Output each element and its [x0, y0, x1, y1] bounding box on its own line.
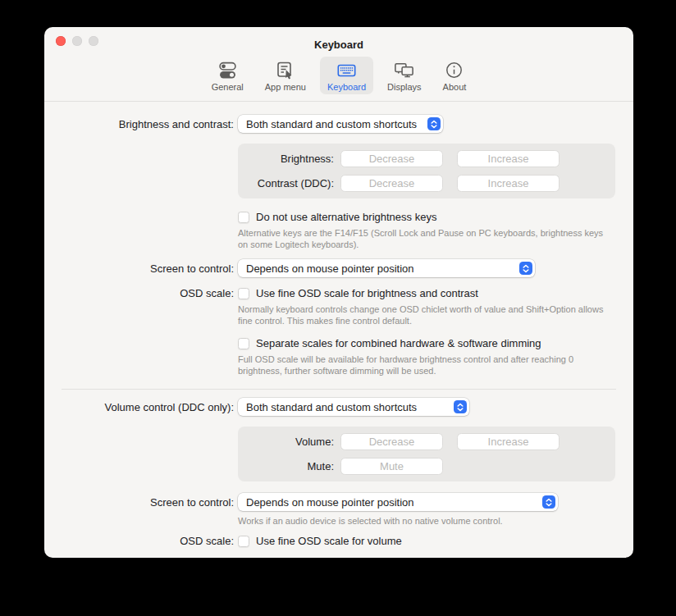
volume-mode-popup[interactable]: Both standard and custom shortcuts [238, 398, 469, 416]
chevron-up-down-icon [542, 495, 555, 509]
mute-shortcut-button[interactable]: Mute [340, 458, 443, 475]
chevron-up-down-icon [427, 117, 441, 130]
keyboard-pane: Brightness and contrast: Both standard a… [44, 115, 633, 558]
shortcut-row: Brightness: Decrease Increase [238, 150, 615, 167]
brightness-screen-popup[interactable]: Depends on mouse pointer position [238, 259, 535, 277]
screen-to-control-label: Screen to control: [44, 496, 234, 509]
tab-label: General [212, 82, 244, 92]
separate-scales-row: Separate scales for combined hardware & … [44, 337, 633, 349]
preferences-window: Keyboard General App menu [44, 27, 633, 558]
tab-label: About [443, 82, 467, 92]
alt-keys-row: Do not use alternative brightness keys [44, 211, 633, 223]
brightness-shortcuts-box: Brightness: Decrease Increase Contrast (… [238, 144, 615, 198]
separate-scales-help-text: Full OSD scale will be available for har… [238, 354, 609, 376]
minimize-button [72, 36, 82, 46]
shortcut-row: Mute: Mute [238, 458, 615, 475]
contrast-increase-shortcut-button[interactable]: Increase [457, 175, 560, 192]
close-button[interactable] [56, 36, 66, 46]
info-icon [443, 60, 465, 81]
tab-label: Keyboard [327, 82, 366, 92]
screen-to-control-label: Screen to control: [44, 262, 234, 275]
brightness-mode-row: Brightness and contrast: Both standard a… [44, 115, 633, 133]
volume-decrease-shortcut-button[interactable]: Decrease [340, 433, 443, 450]
checkbox[interactable] [238, 212, 249, 223]
displays-icon [393, 60, 415, 81]
tab-keyboard[interactable]: Keyboard [320, 57, 373, 94]
checkbox-label: Use fine OSD scale for volume [256, 535, 402, 547]
chevron-up-down-icon [519, 262, 532, 275]
tab-label: App menu [265, 82, 306, 92]
tab-app-menu[interactable]: App menu [258, 57, 313, 94]
separate-scales-checkbox[interactable]: Separate scales for combined hardware & … [238, 337, 541, 349]
chevron-up-down-icon [454, 400, 467, 413]
checkbox[interactable] [238, 288, 249, 299]
volume-mode-row: Volume control (DDC only): Both standard… [44, 398, 633, 416]
titlebar: Keyboard [44, 27, 633, 52]
volume-mode-label: Volume control (DDC only): [44, 401, 234, 413]
volume-screen-help-text: Works if an audio device is selected wit… [238, 515, 609, 527]
brightness-increase-shortcut-button[interactable]: Increase [457, 150, 560, 167]
fine-osd-help-text: Normally keyboard controls change one OS… [238, 303, 609, 326]
brightness-screen-row: Screen to control: Depends on mouse poin… [44, 259, 633, 277]
volume-screen-popup[interactable]: Depends on mouse pointer position [238, 493, 558, 511]
app-menu-icon [274, 60, 296, 81]
osd-scale-label: OSD scale: [44, 287, 234, 299]
traffic-lights [56, 36, 98, 46]
shortcut-row: Volume: Decrease Increase [238, 433, 615, 450]
fine-osd-brightness-checkbox[interactable]: Use fine OSD scale for brightness and co… [238, 287, 478, 299]
brightness-decrease-shortcut-button[interactable]: Decrease [340, 150, 443, 167]
volume-increase-shortcut-button[interactable]: Increase [457, 433, 560, 450]
checkbox[interactable] [238, 338, 249, 349]
popup-value: Depends on mouse pointer position [246, 262, 414, 275]
brightness-mode-label: Brightness and contrast: [44, 118, 234, 130]
tab-about[interactable]: About [436, 57, 474, 94]
checkbox[interactable] [238, 536, 249, 547]
brightness-osd-row: OSD scale: Use fine OSD scale for bright… [44, 287, 633, 299]
popup-value: Both standard and custom shortcuts [246, 401, 417, 413]
brightness-mode-popup[interactable]: Both standard and custom shortcuts [238, 115, 443, 133]
toggles-icon [217, 60, 239, 81]
checkbox-label: Use fine OSD scale for brightness and co… [256, 287, 478, 299]
shortcut-row-label: Mute: [238, 460, 334, 472]
popup-value: Both standard and custom shortcuts [246, 118, 417, 130]
zoom-button [89, 36, 98, 46]
checkbox-label: Do not use alternative brightness keys [256, 211, 436, 223]
shortcut-row: Contrast (DDC): Decrease Increase [238, 175, 615, 192]
checkbox-label: Separate scales for combined hardware & … [256, 337, 541, 349]
window-title: Keyboard [314, 39, 363, 51]
tab-label: Displays [387, 82, 422, 92]
shortcut-row-label: Brightness: [238, 153, 334, 165]
popup-value: Depends on mouse pointer position [246, 496, 414, 509]
fine-osd-volume-checkbox[interactable]: Use fine OSD scale for volume [238, 535, 402, 547]
toolbar: General App menu Keyboard [44, 52, 633, 102]
section-divider [62, 389, 616, 390]
volume-screen-row: Screen to control: Depends on mouse poin… [44, 493, 633, 511]
tab-displays[interactable]: Displays [380, 57, 429, 94]
volume-shortcuts-box: Volume: Decrease Increase Mute: Mute [238, 427, 615, 481]
shortcut-row-label: Contrast (DDC): [238, 177, 334, 189]
osd-scale-label: OSD scale: [44, 535, 234, 547]
volume-osd-row: OSD scale: Use fine OSD scale for volume [44, 535, 633, 547]
alt-keys-checkbox[interactable]: Do not use alternative brightness keys [238, 211, 436, 223]
shortcut-row-label: Volume: [238, 436, 334, 448]
alt-keys-help-text: Alternative keys are the F14/F15 (Scroll… [238, 227, 609, 250]
contrast-decrease-shortcut-button[interactable]: Decrease [340, 175, 443, 192]
keyboard-icon [336, 60, 358, 81]
tab-general[interactable]: General [204, 57, 251, 94]
